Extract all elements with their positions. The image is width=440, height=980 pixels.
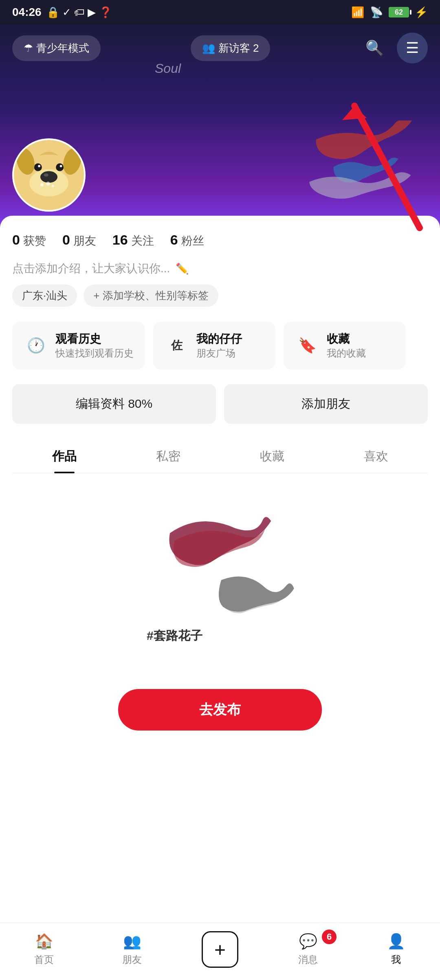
tab-private[interactable]: 私密 (116, 440, 220, 473)
nav-create[interactable]: + (196, 931, 244, 968)
me-label: 我 (391, 953, 401, 966)
svg-point-12 (46, 182, 50, 186)
stat-following[interactable]: 16 关注 (112, 232, 154, 249)
svg-point-2 (40, 171, 57, 183)
action-buttons: 编辑资料 80% 添加朋友 (12, 384, 428, 424)
hamburger-icon: ☰ (406, 39, 419, 57)
bookmark-title: 收藏 (327, 331, 394, 347)
stat-friends[interactable]: 0 朋友 (62, 232, 96, 249)
following-label: 关注 (131, 233, 154, 249)
app-header: ☂ 青少年模式 👥 新访客 2 🔍 ☰ Soul (0, 24, 440, 228)
home-label: 首页 (34, 953, 54, 966)
nav-me[interactable]: 👤 我 (372, 933, 420, 966)
nav-messages[interactable]: 💬 6 消息 (284, 933, 332, 966)
tab-private-label: 私密 (156, 449, 180, 463)
bookmark-item[interactable]: 🔖 收藏 我的收藏 (284, 322, 406, 370)
youth-mode-button[interactable]: ☂ 青少年模式 (12, 35, 101, 61)
hashtag-text: #套路花子 (147, 628, 202, 644)
signal-icon: 📶 (351, 6, 364, 19)
svg-point-6 (38, 165, 40, 167)
tab-likes-label: 喜欢 (364, 449, 388, 463)
bookmark-icon: 🔖 (295, 333, 319, 358)
bio-row[interactable]: 点击添加介绍，让大家认识你... ✏️ (12, 261, 428, 276)
visitors-icon: 👥 (202, 42, 215, 55)
messages-label: 消息 (298, 953, 318, 966)
visitor-button[interactable]: 👥 新访客 2 (191, 35, 271, 61)
header-right-icons: 🔍 ☰ (360, 33, 428, 63)
tab-collect[interactable]: 收藏 (220, 440, 324, 473)
profile-icon: 👤 (387, 933, 405, 950)
svg-point-4 (34, 163, 42, 171)
home-icon: 🏠 (35, 933, 53, 950)
stats-row: 0 获赞 0 朋友 16 关注 6 粉丝 (12, 232, 428, 249)
status-right: 📶 📡 62 ⚡ (351, 6, 428, 19)
status-time: 04:26 (12, 6, 42, 19)
header-toolbar: ☂ 青少年模式 👥 新访客 2 🔍 ☰ (0, 24, 440, 72)
friends-label: 朋友 (122, 953, 142, 966)
following-count: 16 (112, 232, 128, 248)
messages-icon: 💬 (299, 933, 317, 950)
wifi-icon: 📡 (370, 6, 383, 19)
main-card: 0 获赞 0 朋友 16 关注 6 粉丝 点击添加介绍，让大家认识你... ✏️… (0, 216, 440, 948)
zaizai-text: 我的仔仔 朋友广场 (196, 331, 264, 360)
watch-history-title: 观看历史 (55, 331, 134, 347)
edit-profile-button[interactable]: 编辑资料 80% (12, 384, 216, 424)
svg-point-7 (60, 165, 62, 167)
bottom-nav: 🏠 首页 👥 朋友 + 💬 6 消息 👤 我 (0, 923, 440, 980)
status-left: 04:26 🔒 ✓ 🏷 ▶ ❓ (12, 6, 112, 19)
svg-point-11 (52, 185, 54, 187)
tab-likes[interactable]: 喜欢 (324, 440, 428, 473)
plus-icon: + (214, 938, 226, 961)
zaizai-icon: 佐 (165, 333, 189, 358)
create-button[interactable]: + (202, 931, 238, 968)
profile-area (12, 138, 86, 212)
stat-likes[interactable]: 0 获赞 (12, 232, 46, 249)
watch-history-sub: 快速找到观看历史 (55, 347, 134, 360)
avatar[interactable] (12, 138, 86, 212)
menu-button[interactable]: ☰ (397, 33, 428, 63)
search-icon: 🔍 (365, 39, 384, 57)
fans-count: 6 (170, 232, 178, 248)
nav-home[interactable]: 🏠 首页 (20, 933, 68, 966)
soul-watermark: Soul (155, 61, 181, 76)
fans-label: 粉丝 (181, 233, 204, 249)
tags-row: 广东·汕头 + 添加学校、性别等标签 (12, 284, 428, 307)
zaizai-sub: 朋友广场 (196, 347, 264, 360)
add-friend-button[interactable]: 添加朋友 (224, 384, 428, 424)
bookmark-sub: 我的收藏 (327, 347, 394, 360)
location-tag[interactable]: 广东·汕头 (12, 284, 77, 307)
svg-marker-14 (342, 106, 367, 120)
likes-count: 0 (12, 232, 20, 248)
tab-collect-label: 收藏 (260, 449, 284, 463)
svg-point-3 (44, 173, 48, 177)
add-tag-label: + 添加学校、性别等标签 (93, 289, 208, 303)
bio-text: 点击添加介绍，让大家认识你... (12, 261, 170, 276)
my-zaizai-item[interactable]: 佐 我的仔仔 朋友广场 (153, 322, 275, 370)
youth-mode-label: 青少年模式 (36, 41, 89, 55)
tab-works[interactable]: 作品 (12, 440, 116, 473)
add-tags-button[interactable]: + 添加学校、性别等标签 (84, 284, 218, 307)
content-area: #套路花子 去发布 (12, 486, 428, 747)
paint-decoration (293, 120, 424, 203)
lightning-icon: ⚡ (415, 6, 428, 19)
message-badge: 6 (322, 930, 337, 944)
paint-illustration: #套路花子 (139, 502, 301, 665)
battery-indicator: 62 (389, 7, 409, 18)
likes-label: 获赞 (23, 233, 46, 249)
status-bar: 04:26 🔒 ✓ 🏷 ▶ ❓ 📶 📡 62 ⚡ (0, 0, 440, 24)
notification-icons: 🔒 ✓ 🏷 ▶ ❓ (46, 6, 112, 19)
umbrella-icon: ☂ (24, 42, 33, 55)
quick-actions: 🕐 观看历史 快速找到观看历史 佐 我的仔仔 朋友广场 🔖 收藏 我的收藏 (12, 322, 428, 370)
svg-point-10 (40, 183, 44, 186)
visitor-label: 新访客 2 (218, 41, 259, 55)
zaizai-title: 我的仔仔 (196, 331, 264, 347)
publish-button[interactable]: 去发布 (118, 689, 322, 731)
bookmark-text: 收藏 我的收藏 (327, 331, 394, 360)
friends-icon: 👥 (123, 933, 141, 950)
search-button[interactable]: 🔍 (360, 34, 389, 62)
friends-label: 朋友 (73, 233, 96, 249)
tabs-row: 作品 私密 收藏 喜欢 (12, 440, 428, 473)
nav-friends[interactable]: 👥 朋友 (108, 933, 156, 966)
stat-fans[interactable]: 6 粉丝 (170, 232, 204, 249)
watch-history-item[interactable]: 🕐 观看历史 快速找到观看历史 (12, 322, 145, 370)
